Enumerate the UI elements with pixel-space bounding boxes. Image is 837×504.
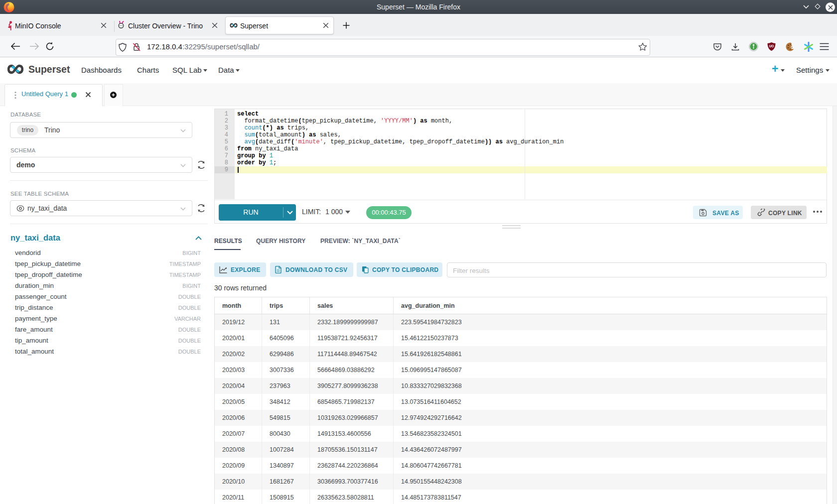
svg-text:UO: UO xyxy=(769,44,774,48)
